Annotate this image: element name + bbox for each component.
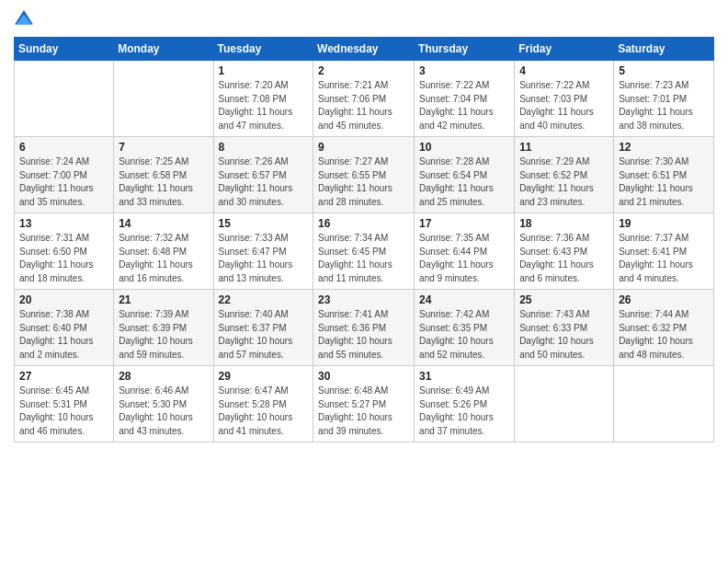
day-number: 6 [19,141,108,154]
day-header-wednesday: Wednesday [313,38,415,61]
calendar-cell: 6Sunrise: 7:24 AM Sunset: 7:00 PM Daylig… [15,137,114,213]
day-number: 12 [619,141,709,154]
calendar-week-2: 6Sunrise: 7:24 AM Sunset: 7:00 PM Daylig… [15,137,714,213]
day-number: 15 [219,217,309,230]
calendar-cell: 20Sunrise: 7:38 AM Sunset: 6:40 PM Dayli… [15,290,114,366]
calendar-cell: 21Sunrise: 7:39 AM Sunset: 6:39 PM Dayli… [114,290,213,366]
calendar-cell: 2Sunrise: 7:21 AM Sunset: 7:06 PM Daylig… [313,61,415,137]
day-number: 22 [219,293,309,306]
day-info: Sunrise: 7:29 AM Sunset: 6:52 PM Dayligh… [519,155,609,209]
day-info: Sunrise: 7:21 AM Sunset: 7:06 PM Dayligh… [318,79,409,132]
calendar-cell: 27Sunrise: 6:45 AM Sunset: 5:31 PM Dayli… [15,366,114,442]
calendar-cell: 16Sunrise: 7:34 AM Sunset: 6:45 PM Dayli… [313,213,415,290]
day-number: 10 [419,141,509,154]
logo [14,9,38,29]
day-number: 4 [519,64,609,77]
day-info: Sunrise: 7:34 AM Sunset: 6:45 PM Dayligh… [318,232,409,285]
calendar-table: SundayMondayTuesdayWednesdayThursdayFrid… [14,37,714,442]
day-info: Sunrise: 7:28 AM Sunset: 6:54 PM Dayligh… [419,155,509,209]
day-info: Sunrise: 7:40 AM Sunset: 6:37 PM Dayligh… [219,308,309,362]
day-number: 8 [219,141,309,154]
day-info: Sunrise: 7:24 AM Sunset: 7:00 PM Dayligh… [19,155,108,209]
calendar-cell: 8Sunrise: 7:26 AM Sunset: 6:57 PM Daylig… [213,137,313,213]
day-number: 13 [19,217,108,230]
day-number: 18 [519,217,609,230]
day-info: Sunrise: 7:38 AM Sunset: 6:40 PM Dayligh… [19,308,108,362]
calendar-cell: 29Sunrise: 6:47 AM Sunset: 5:28 PM Dayli… [213,366,313,442]
calendar-cell: 26Sunrise: 7:44 AM Sunset: 6:32 PM Dayli… [614,290,714,366]
day-info: Sunrise: 7:31 AM Sunset: 6:50 PM Dayligh… [19,232,108,285]
day-header-tuesday: Tuesday [213,38,313,61]
day-number: 28 [119,370,208,383]
calendar-cell: 14Sunrise: 7:32 AM Sunset: 6:48 PM Dayli… [114,213,213,290]
calendar-cell: 1Sunrise: 7:20 AM Sunset: 7:08 PM Daylig… [213,61,313,137]
day-info: Sunrise: 7:32 AM Sunset: 6:48 PM Dayligh… [119,232,208,285]
day-number: 24 [419,293,509,306]
day-number: 23 [318,293,409,306]
day-number: 9 [318,141,409,154]
calendar-cell: 30Sunrise: 6:48 AM Sunset: 5:27 PM Dayli… [313,366,415,442]
day-info: Sunrise: 6:47 AM Sunset: 5:28 PM Dayligh… [219,385,309,438]
day-number: 7 [119,141,208,154]
day-number: 27 [19,370,108,383]
day-info: Sunrise: 7:23 AM Sunset: 7:01 PM Dayligh… [619,79,709,132]
calendar-week-5: 27Sunrise: 6:45 AM Sunset: 5:31 PM Dayli… [15,366,714,442]
calendar-cell: 23Sunrise: 7:41 AM Sunset: 6:36 PM Dayli… [313,290,415,366]
calendar-cell: 28Sunrise: 6:46 AM Sunset: 5:30 PM Dayli… [114,366,213,442]
calendar-cell: 9Sunrise: 7:27 AM Sunset: 6:55 PM Daylig… [313,137,415,213]
day-header-saturday: Saturday [614,38,714,61]
day-info: Sunrise: 7:22 AM Sunset: 7:03 PM Dayligh… [519,79,609,132]
calendar-week-3: 13Sunrise: 7:31 AM Sunset: 6:50 PM Dayli… [15,213,714,290]
calendar-cell: 18Sunrise: 7:36 AM Sunset: 6:43 PM Dayli… [515,213,614,290]
day-info: Sunrise: 7:33 AM Sunset: 6:47 PM Dayligh… [219,232,309,285]
calendar-cell: 12Sunrise: 7:30 AM Sunset: 6:51 PM Dayli… [614,137,714,213]
day-number: 14 [119,217,208,230]
calendar-cell: 4Sunrise: 7:22 AM Sunset: 7:03 PM Daylig… [515,61,614,137]
calendar-header-row: SundayMondayTuesdayWednesdayThursdayFrid… [15,38,714,61]
day-number: 16 [318,217,409,230]
day-info: Sunrise: 7:35 AM Sunset: 6:44 PM Dayligh… [419,232,509,285]
day-info: Sunrise: 7:25 AM Sunset: 6:58 PM Dayligh… [119,155,208,209]
calendar-cell [114,61,213,137]
day-header-thursday: Thursday [415,38,515,61]
page: SundayMondayTuesdayWednesdayThursdayFrid… [0,0,728,563]
day-number: 2 [318,64,409,77]
day-info: Sunrise: 7:42 AM Sunset: 6:35 PM Dayligh… [419,308,509,362]
calendar-cell: 11Sunrise: 7:29 AM Sunset: 6:52 PM Dayli… [515,137,614,213]
day-number: 25 [519,293,609,306]
logo-icon [14,9,34,29]
calendar-cell: 7Sunrise: 7:25 AM Sunset: 6:58 PM Daylig… [114,137,213,213]
day-info: Sunrise: 7:39 AM Sunset: 6:39 PM Dayligh… [119,308,208,362]
day-number: 20 [19,293,108,306]
day-info: Sunrise: 7:22 AM Sunset: 7:04 PM Dayligh… [419,79,509,132]
header [14,9,714,29]
day-info: Sunrise: 7:30 AM Sunset: 6:51 PM Dayligh… [619,155,709,209]
day-info: Sunrise: 7:41 AM Sunset: 6:36 PM Dayligh… [318,308,409,362]
day-number: 19 [619,217,709,230]
calendar-cell: 24Sunrise: 7:42 AM Sunset: 6:35 PM Dayli… [415,290,515,366]
day-info: Sunrise: 6:45 AM Sunset: 5:31 PM Dayligh… [19,385,108,438]
day-number: 1 [219,64,309,77]
day-header-friday: Friday [515,38,614,61]
day-info: Sunrise: 7:20 AM Sunset: 7:08 PM Dayligh… [219,79,309,132]
day-number: 17 [419,217,509,230]
calendar-cell [614,366,714,442]
day-info: Sunrise: 7:36 AM Sunset: 6:43 PM Dayligh… [519,232,609,285]
day-number: 31 [419,370,509,383]
day-info: Sunrise: 7:26 AM Sunset: 6:57 PM Dayligh… [219,155,309,209]
day-number: 30 [318,370,409,383]
day-number: 21 [119,293,208,306]
calendar-cell: 17Sunrise: 7:35 AM Sunset: 6:44 PM Dayli… [415,213,515,290]
calendar-cell: 31Sunrise: 6:49 AM Sunset: 5:26 PM Dayli… [415,366,515,442]
calendar-cell [515,366,614,442]
day-info: Sunrise: 6:46 AM Sunset: 5:30 PM Dayligh… [119,385,208,438]
day-info: Sunrise: 7:37 AM Sunset: 6:41 PM Dayligh… [619,232,709,285]
day-header-monday: Monday [114,38,213,61]
day-info: Sunrise: 7:44 AM Sunset: 6:32 PM Dayligh… [619,308,709,362]
calendar-cell: 3Sunrise: 7:22 AM Sunset: 7:04 PM Daylig… [415,61,515,137]
day-info: Sunrise: 6:48 AM Sunset: 5:27 PM Dayligh… [318,385,409,438]
calendar-cell [15,61,114,137]
day-number: 26 [619,293,709,306]
calendar-cell: 15Sunrise: 7:33 AM Sunset: 6:47 PM Dayli… [213,213,313,290]
day-header-sunday: Sunday [15,38,114,61]
